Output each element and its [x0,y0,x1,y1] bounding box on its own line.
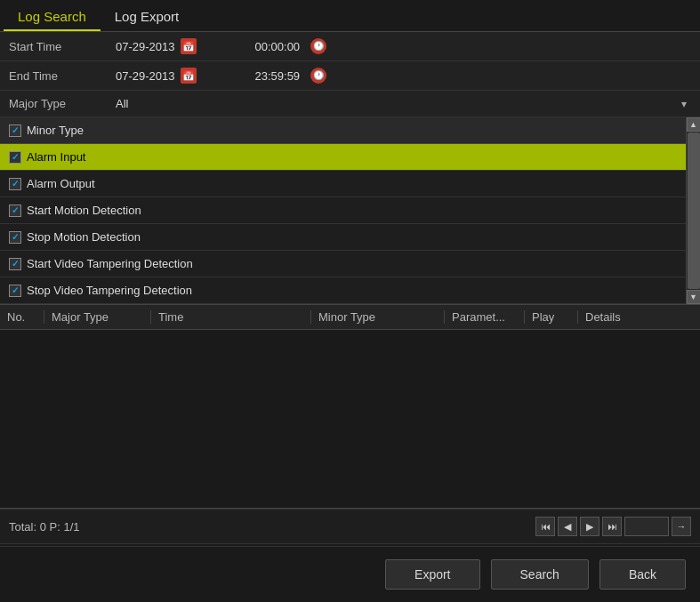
start-time-value: 07-29-2013 📅 00:00:00 🕐 [116,38,326,54]
start-video-tampering-checkbox[interactable] [9,258,21,270]
app-window: Log Search Log Export Start Time 07-29-2… [0,0,700,602]
tab-log-export[interactable]: Log Export [101,4,194,31]
page-number-input[interactable] [624,517,669,536]
dropdown-arrow-icon: ▾ [681,98,691,110]
end-time-clock: 23:59:59 [255,69,301,83]
start-date-calendar-icon[interactable]: 📅 [181,38,197,54]
start-time-clock-icon[interactable]: 🕐 [310,38,326,54]
list-item[interactable]: Start Motion Detection [0,197,686,224]
end-time-value: 07-29-2013 📅 23:59:59 🕐 [116,68,326,84]
table-header: No. Major Type Time Minor Type Paramet..… [0,305,700,330]
scroll-thumb[interactable] [688,132,700,289]
list-item[interactable]: Stop Motion Detection [0,224,686,251]
start-motion-label: Start Motion Detection [27,204,141,217]
page-prev-button[interactable]: ◀ [558,517,577,536]
table-body [0,330,700,508]
alarm-input-checkbox[interactable] [9,151,21,164]
status-text: Total: 0 P: 1/1 [9,520,535,534]
major-type-select[interactable]: All ▾ [116,97,691,110]
end-time-label: End Time [9,69,116,83]
alarm-input-label: Alarm Input [27,150,85,164]
minor-type-scrollbar[interactable]: ▲ ▼ [686,117,700,304]
alarm-output-checkbox[interactable] [9,178,21,190]
scroll-up-button[interactable]: ▲ [687,117,701,132]
search-button[interactable]: Search [491,559,589,590]
back-button[interactable]: Back [599,559,686,590]
pagination: ⏮ ◀ ▶ ⏭ → [535,517,691,536]
start-time-clock: 00:00:00 [255,40,301,53]
list-item[interactable]: Alarm Input [0,144,686,171]
end-date-calendar-icon[interactable]: 📅 [181,68,197,84]
stop-motion-checkbox[interactable] [9,231,21,244]
page-go-button[interactable]: → [672,517,691,536]
list-item[interactable]: Start Video Tampering Detection [0,251,686,277]
th-minor-type: Minor Type [311,310,445,324]
list-item[interactable]: Alarm Output [0,171,686,197]
th-time: Time [151,310,311,324]
th-play: Play [525,310,578,324]
start-motion-checkbox[interactable] [9,205,21,217]
start-video-tampering-label: Start Video Tampering Detection [27,257,193,270]
end-time-clock-icon[interactable]: 🕐 [310,68,326,84]
page-first-button[interactable]: ⏮ [535,517,555,536]
th-no: No. [0,310,44,324]
stop-video-tampering-checkbox[interactable] [9,285,21,297]
tab-bar: Log Search Log Export [0,0,700,32]
stop-video-tampering-label: Stop Video Tampering Detection [27,284,192,297]
th-details: Details [578,310,700,324]
status-bar: Total: 0 P: 1/1 ⏮ ◀ ▶ ⏭ → [0,509,700,544]
results-table: No. Major Type Time Minor Type Paramet..… [0,305,700,509]
end-time-row: End Time 07-29-2013 📅 23:59:59 🕐 [0,61,700,91]
bottom-bar: Export Search Back [0,546,700,602]
start-time-date: 07-29-2013 [116,40,175,53]
start-time-label: Start Time [9,40,116,53]
minor-type-header-label: Minor Type [27,124,84,137]
major-type-value: All [116,97,128,110]
page-next-button[interactable]: ▶ [580,517,599,536]
scroll-down-button[interactable]: ▼ [687,290,701,304]
export-button[interactable]: Export [385,559,479,590]
tab-log-search[interactable]: Log Search [4,4,101,31]
minor-type-header-checkbox[interactable] [9,124,21,137]
minor-type-header[interactable]: Minor Type [0,117,686,144]
list-item[interactable]: Stop Video Tampering Detection [0,277,686,304]
page-last-button[interactable]: ⏭ [602,517,622,536]
major-type-row: Major Type All ▾ [0,91,700,117]
start-time-row: Start Time 07-29-2013 📅 00:00:00 🕐 [0,32,700,61]
stop-motion-label: Stop Motion Detection [27,230,141,244]
minor-type-list: Minor Type Alarm Input Alarm Output Star… [0,117,686,304]
th-parameters: Paramet... [445,310,525,324]
th-major-type: Major Type [44,310,151,324]
alarm-output-label: Alarm Output [27,177,95,190]
minor-type-section: Minor Type Alarm Input Alarm Output Star… [0,117,700,305]
major-type-label: Major Type [9,97,116,110]
end-time-date: 07-29-2013 [116,69,175,83]
